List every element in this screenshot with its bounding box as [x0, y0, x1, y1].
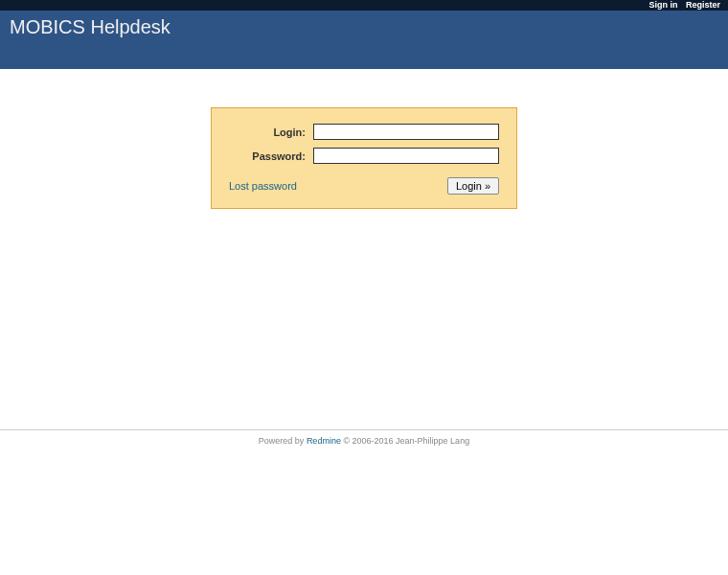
page-title: MOBICS Helpdesk — [10, 16, 718, 38]
footer-powered-by: Powered by — [259, 436, 307, 446]
footer-copyright: © 2006-2016 Jean-Philippe Lang — [341, 436, 469, 446]
register-link[interactable]: Register — [686, 0, 720, 10]
login-actions: Lost password Login » — [229, 177, 499, 195]
login-label: Login: — [229, 126, 313, 138]
header: MOBICS Helpdesk — [0, 11, 728, 69]
password-label: Password: — [229, 150, 313, 162]
login-row-password: Password: — [229, 148, 499, 164]
sign-in-link[interactable]: Sign in — [648, 0, 677, 10]
login-form: Login: Password: Lost password Login » — [211, 107, 517, 209]
password-input[interactable] — [313, 148, 499, 164]
redmine-link[interactable]: Redmine — [307, 436, 341, 446]
footer: Powered by Redmine © 2006-2016 Jean-Phil… — [0, 429, 728, 446]
login-input[interactable] — [313, 124, 499, 140]
lost-password-link[interactable]: Lost password — [229, 180, 297, 192]
login-row-username: Login: — [229, 124, 499, 140]
login-button[interactable]: Login » — [447, 177, 499, 195]
top-menu: Sign in Register — [0, 0, 728, 11]
content: Login: Password: Lost password Login » — [0, 69, 728, 209]
